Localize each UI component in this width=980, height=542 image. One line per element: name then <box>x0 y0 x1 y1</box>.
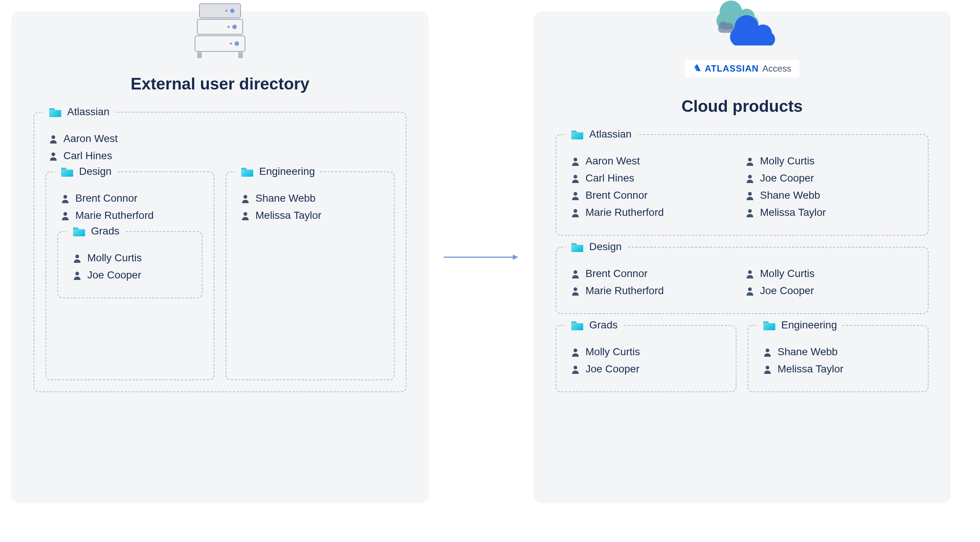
user-name: Molly Curtis <box>585 346 640 358</box>
user-icon <box>73 271 81 280</box>
design-group-box: Design Brent Connor Marie Rutherford <box>46 172 215 380</box>
cloud-engineering-label: Engineering <box>757 319 842 331</box>
svg-point-35 <box>765 348 769 352</box>
cloud-grads-label: Grads <box>565 319 623 331</box>
external-directory-panel: External user directory Atlassian Aaron … <box>11 11 429 503</box>
svg-point-5 <box>228 26 230 28</box>
design-group-label: Design <box>55 165 117 178</box>
user-item: Carl Hines <box>49 150 395 162</box>
badge-brand: ATLASSIAN <box>705 64 759 74</box>
user-icon <box>571 208 579 217</box>
user-item: Carl Hines <box>571 172 742 184</box>
user-item: Marie Rutherford <box>61 210 202 221</box>
cloud-products-panel: ATLASSIAN Access Cloud products Atlassia… <box>533 11 951 503</box>
user-name: Melissa Taylor <box>255 210 321 221</box>
user-item: Joe Cooper <box>571 363 725 375</box>
grads-label-text: Grads <box>91 225 119 237</box>
design-label-text: Design <box>79 165 111 178</box>
cloud-design-label-text: Design <box>589 241 622 253</box>
svg-point-12 <box>51 153 55 156</box>
grads-group-label: Grads <box>67 225 124 237</box>
user-item: Joe Cooper <box>746 285 916 297</box>
svg-point-16 <box>75 272 79 275</box>
svg-point-4 <box>232 25 237 29</box>
svg-rect-9 <box>197 52 202 58</box>
user-icon <box>49 151 57 160</box>
cloud-design-box: Design Brent Connor Marie Rutherford Mol… <box>556 247 929 314</box>
svg-marker-20 <box>513 254 518 260</box>
svg-point-30 <box>574 288 577 291</box>
folder-icon <box>571 320 584 330</box>
user-item: Molly Curtis <box>746 268 916 280</box>
user-item: Melissa Taylor <box>746 207 916 218</box>
sync-arrow <box>444 252 518 263</box>
folder-icon <box>240 166 254 177</box>
svg-point-28 <box>748 209 752 213</box>
atlassian-logo-icon <box>693 64 701 74</box>
cloud-icon <box>705 0 780 47</box>
cloud-products-title: Cloud products <box>556 97 929 116</box>
cloud-atlassian-label-text: Atlassian <box>589 128 632 140</box>
user-item: Molly Curtis <box>73 252 191 264</box>
user-name: Shane Webb <box>255 192 315 204</box>
svg-point-2 <box>225 10 228 12</box>
user-icon <box>763 364 772 374</box>
user-item: Brent Connor <box>571 189 742 201</box>
user-name: Carl Hines <box>585 172 634 184</box>
user-item: Shane Webb <box>746 189 916 201</box>
cloud-engineering-label-text: Engineering <box>781 319 837 331</box>
user-name: Aaron West <box>64 133 118 145</box>
user-item: Aaron West <box>49 133 395 145</box>
svg-point-21 <box>574 158 577 161</box>
user-name: Brent Connor <box>585 189 648 201</box>
user-name: Joe Cooper <box>87 269 142 281</box>
folder-icon <box>60 166 74 177</box>
user-icon <box>241 211 250 220</box>
user-icon <box>571 157 579 165</box>
user-icon <box>763 347 772 356</box>
svg-point-24 <box>574 209 577 213</box>
user-icon <box>571 286 579 295</box>
user-item: Brent Connor <box>571 268 742 280</box>
user-item: Marie Rutherford <box>571 207 742 218</box>
grads-group-box: Grads Molly Curtis Joe Cooper <box>57 231 202 298</box>
user-icon <box>61 211 69 220</box>
cloud-engineering-box: Engineering Shane Webb Melissa Taylor <box>748 325 929 392</box>
user-name: Melissa Taylor <box>778 363 843 375</box>
svg-point-26 <box>748 175 752 178</box>
atlassian-group-box: Atlassian Aaron West Carl Hines Design <box>33 112 406 392</box>
svg-rect-10 <box>238 52 243 58</box>
user-icon <box>571 269 579 278</box>
external-directory-title: External user directory <box>33 75 406 93</box>
svg-point-36 <box>765 366 769 369</box>
svg-point-25 <box>748 158 752 161</box>
user-item: Molly Curtis <box>571 346 725 358</box>
user-item: Brent Connor <box>61 192 202 204</box>
user-icon <box>746 174 754 183</box>
diagram-stage: External user directory Atlassian Aaron … <box>11 11 969 503</box>
svg-point-15 <box>75 254 79 258</box>
user-item: Joe Cooper <box>73 269 191 281</box>
user-item: Melissa Taylor <box>763 363 916 375</box>
user-icon <box>571 174 579 183</box>
user-name: Molly Curtis <box>87 252 142 264</box>
user-icon <box>61 194 69 203</box>
user-icon <box>73 253 81 262</box>
folder-icon <box>763 320 776 330</box>
user-item: Shane Webb <box>241 192 383 204</box>
user-name: Molly Curtis <box>760 268 815 280</box>
user-item: Molly Curtis <box>746 155 916 167</box>
user-item: Aaron West <box>571 155 742 167</box>
svg-point-31 <box>748 270 752 274</box>
engineering-label-text: Engineering <box>259 165 315 178</box>
svg-point-7 <box>235 41 239 46</box>
svg-point-1 <box>230 9 235 13</box>
user-icon <box>746 191 754 200</box>
cloud-atlassian-box: Atlassian Aaron West Carl Hines Brent Co… <box>556 134 929 235</box>
engineering-group-box: Engineering Shane Webb Melissa Taylor <box>226 172 395 380</box>
server-icon <box>192 0 248 62</box>
svg-point-27 <box>748 192 752 196</box>
user-item: Melissa Taylor <box>241 210 383 221</box>
user-item: Marie Rutherford <box>571 285 742 297</box>
cloud-grads-box: Grads Molly Curtis Joe Cooper <box>556 325 737 392</box>
